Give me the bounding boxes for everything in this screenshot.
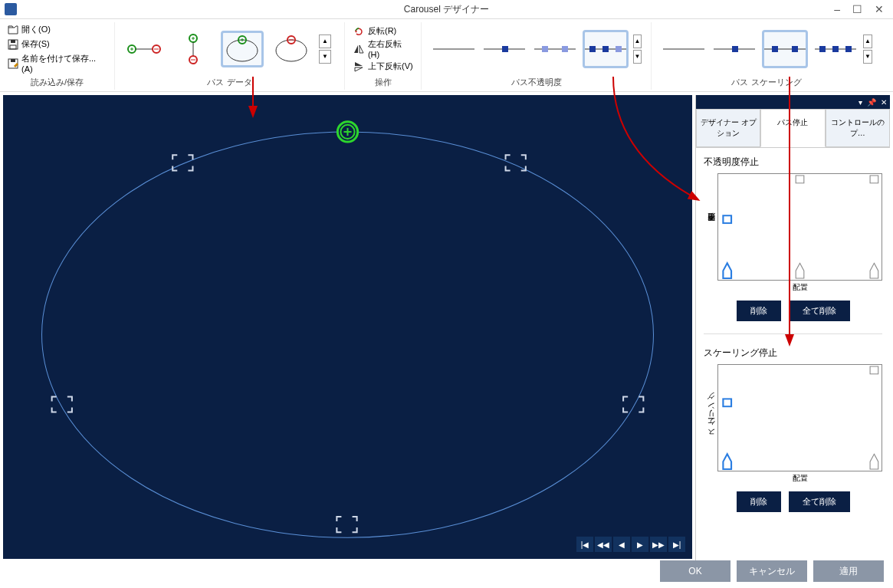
scaling-group-label: パス スケーリング: [656, 75, 877, 90]
svg-rect-36: [589, 46, 596, 52]
path-line-button[interactable]: [123, 31, 166, 67]
spin-down-button[interactable]: ▼: [863, 50, 872, 64]
svg-rect-44: [792, 46, 798, 52]
minimize-button[interactable]: –: [834, 3, 840, 15]
scaling-stop-chart[interactable]: スケーリング: [717, 364, 882, 471]
spin-down-button[interactable]: ▼: [319, 50, 331, 64]
opacity-group-label: パス不透明度: [426, 75, 646, 90]
save-as-label: 名前を付けて保存...(A): [21, 53, 107, 74]
svg-rect-46: [819, 46, 826, 52]
svg-marker-62: [723, 454, 731, 469]
opacity-x-label: 配置: [717, 282, 882, 293]
svg-rect-61: [723, 399, 731, 406]
scaling-preset-1[interactable]: [661, 30, 707, 68]
svg-rect-38: [616, 46, 622, 52]
apply-button[interactable]: 適用: [813, 560, 884, 582]
svg-rect-31: [502, 46, 508, 52]
opacity-stop-title: 不透明度停止: [704, 156, 882, 169]
scaling-delete-all-button[interactable]: 全て削除: [789, 491, 850, 512]
forward-button[interactable]: ▶▶: [649, 536, 668, 553]
svg-rect-34: [562, 46, 568, 52]
panel-close-icon[interactable]: ✕: [881, 98, 887, 107]
ok-button[interactable]: OK: [660, 560, 730, 582]
scaling-x-label: 配置: [717, 473, 882, 484]
tab-control-properties[interactable]: コントロールのプ…: [826, 109, 890, 147]
ribbon: 開く(O) 保存(S) 名前を付けて保存...(A) 読み込み/保存: [0, 18, 893, 92]
open-button[interactable]: 開く(O): [8, 24, 107, 35]
spin-down-button[interactable]: ▼: [633, 50, 642, 64]
rotate-label: 反転(R): [368, 25, 396, 37]
pin-icon[interactable]: 📌: [867, 98, 876, 107]
path-data-group-label: パス データ: [120, 75, 340, 90]
open-label: 開く(O): [21, 24, 51, 35]
opacity-stop-chart[interactable]: 不透明度: [717, 173, 882, 281]
app-icon: [5, 3, 17, 15]
svg-marker-57: [723, 263, 731, 278]
path-ellipse-minus-button[interactable]: [270, 31, 313, 67]
last-button[interactable]: ▶|: [668, 536, 686, 553]
svg-rect-4: [11, 59, 15, 62]
svg-rect-41: [732, 46, 738, 52]
flip-v-label: 上下反転(V): [368, 61, 413, 72]
scaling-y-label: スケーリング: [706, 397, 717, 439]
svg-marker-24: [355, 31, 357, 33]
spin-up-button[interactable]: ▲: [633, 34, 642, 48]
open-icon: [8, 25, 18, 35]
close-button[interactable]: ✕: [875, 3, 884, 15]
next-button[interactable]: ▶: [631, 536, 649, 553]
cancel-button[interactable]: キャンセル: [737, 560, 807, 582]
prev-button[interactable]: ◀: [612, 536, 631, 553]
opacity-preset-2[interactable]: [481, 30, 527, 68]
rewind-button[interactable]: ◀◀: [594, 536, 612, 553]
flip-h-label: 左右反転(H): [368, 38, 413, 59]
tab-designer-options[interactable]: デザイナー オプション: [696, 109, 760, 147]
svg-marker-28: [355, 67, 363, 71]
opacity-delete-button[interactable]: 削除: [737, 301, 781, 321]
flip-vertical-button[interactable]: 上下反転(V): [353, 61, 413, 72]
svg-rect-47: [832, 46, 839, 52]
scaling-preset-3[interactable]: [762, 30, 808, 68]
scaling-preset-4[interactable]: [813, 30, 859, 68]
svg-rect-2: [10, 45, 16, 49]
scaling-preset-2[interactable]: [711, 30, 757, 68]
path-data-spinner[interactable]: ▲ ▼: [319, 34, 331, 64]
window-title: Carousel デザイナー: [404, 3, 489, 16]
scaling-delete-button[interactable]: 削除: [737, 491, 781, 512]
first-button[interactable]: |◀: [576, 536, 594, 553]
save-as-icon: [8, 58, 18, 69]
dialog-buttons: OK キャンセル 適用: [660, 560, 884, 582]
svg-rect-37: [602, 46, 609, 52]
svg-rect-43: [772, 46, 778, 52]
side-panel-header: ▾ 📌 ✕: [696, 95, 890, 109]
tab-path-stop[interactable]: パス停止: [760, 109, 825, 147]
svg-marker-63: [870, 454, 878, 469]
save-as-button[interactable]: 名前を付けて保存...(A): [8, 53, 107, 74]
design-canvas[interactable]: |◀ ◀◀ ◀ ▶ ▶▶ ▶|: [3, 95, 692, 559]
opacity-preset-4[interactable]: [583, 30, 629, 68]
maximize-button[interactable]: ☐: [852, 3, 862, 15]
save-button[interactable]: 保存(S): [8, 38, 107, 50]
scaling-stop-title: スケーリング停止: [704, 347, 882, 360]
svg-rect-54: [796, 176, 804, 183]
flip-horizontal-button[interactable]: 左右反転(H): [353, 38, 413, 59]
opacity-preset-1[interactable]: [431, 30, 477, 68]
opacity-spinner[interactable]: ▲ ▼: [633, 34, 642, 64]
save-icon: [8, 39, 18, 50]
spin-up-button[interactable]: ▲: [863, 34, 872, 48]
dropdown-icon[interactable]: ▾: [859, 98, 862, 107]
spin-up-button[interactable]: ▲: [319, 34, 331, 48]
playback-controls: |◀ ◀◀ ◀ ▶ ▶▶ ▶|: [576, 536, 686, 553]
svg-marker-59: [870, 263, 878, 278]
path-ellipse-plus-button[interactable]: [221, 31, 264, 67]
opacity-delete-all-button[interactable]: 全て削除: [789, 301, 850, 321]
flip-v-icon: [353, 61, 365, 72]
rotate-button[interactable]: 反転(R): [353, 25, 413, 37]
opacity-preset-3[interactable]: [532, 30, 578, 68]
scaling-stop-section: スケーリング停止 スケーリング 配置 削除 全て削除: [696, 339, 890, 520]
path-vertical-button[interactable]: [172, 31, 215, 67]
svg-marker-27: [355, 62, 363, 66]
svg-marker-58: [796, 263, 804, 278]
svg-marker-25: [354, 45, 358, 53]
scaling-spinner[interactable]: ▲ ▼: [863, 34, 872, 64]
svg-point-49: [42, 132, 654, 537]
